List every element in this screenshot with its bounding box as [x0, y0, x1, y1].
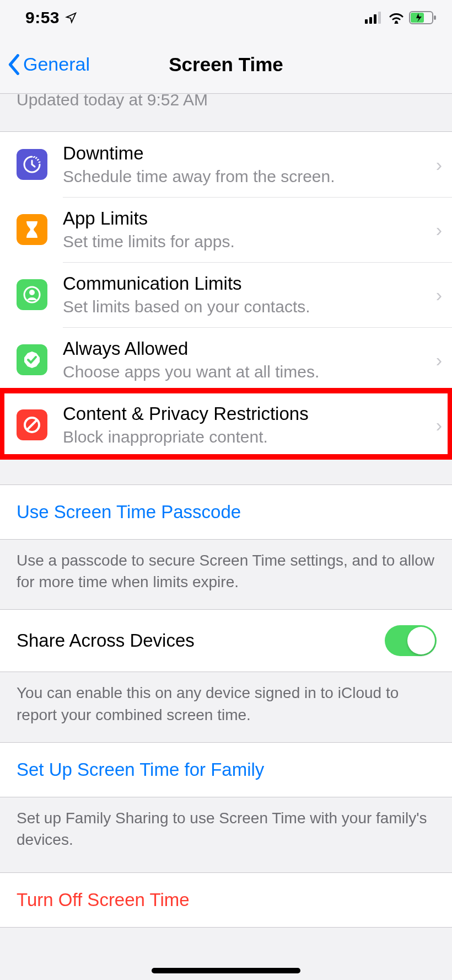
- downtime-icon: [17, 149, 47, 180]
- contentpriv-icon: [17, 409, 47, 440]
- chevron-right-icon: ›: [436, 414, 442, 436]
- back-label: General: [23, 54, 90, 75]
- update-text: Updated today at 9:52 AM: [0, 88, 452, 131]
- svg-rect-2: [374, 14, 376, 24]
- row-title: Downtime: [63, 143, 432, 164]
- turnoff-group: Turn Off Screen Time: [0, 872, 452, 928]
- row-title: App Limits: [63, 208, 432, 229]
- svg-rect-0: [365, 19, 368, 24]
- svg-rect-1: [369, 17, 372, 24]
- chevron-right-icon: ›: [436, 219, 442, 241]
- svg-point-4: [395, 21, 398, 24]
- use-passcode-link[interactable]: Use Screen Time Passcode: [0, 485, 452, 539]
- chevron-left-icon: [8, 54, 21, 75]
- status-bar: 9:53: [0, 0, 452, 35]
- back-button[interactable]: General: [0, 54, 90, 75]
- share-footer: You can enable this on any device signed…: [0, 672, 452, 742]
- chevron-right-icon: ›: [436, 154, 442, 175]
- share-group: Share Across Devices: [0, 609, 452, 672]
- wifi-icon: [388, 12, 405, 24]
- turnoff-link[interactable]: Turn Off Screen Time: [0, 873, 452, 927]
- share-toggle[interactable]: [385, 625, 437, 656]
- row-downtime[interactable]: Downtime Schedule time away from the scr…: [0, 132, 452, 197]
- svg-point-9: [29, 290, 35, 295]
- home-indicator[interactable]: [152, 968, 300, 973]
- applimits-icon: [17, 214, 47, 245]
- cellular-icon: [365, 12, 384, 24]
- commlimits-icon: [17, 279, 47, 310]
- row-applimits[interactable]: App Limits Set time limits for apps. ›: [0, 197, 452, 262]
- location-icon: [65, 12, 77, 24]
- row-contentpriv[interactable]: Content & Privacy Restrictions Block ina…: [0, 392, 452, 457]
- share-label: Share Across Devices: [17, 630, 195, 651]
- svg-rect-3: [378, 12, 381, 24]
- chevron-right-icon: ›: [436, 284, 442, 306]
- row-always[interactable]: Always Allowed Choose apps you want at a…: [0, 327, 452, 392]
- status-right: [365, 11, 437, 24]
- always-icon: [17, 344, 47, 375]
- row-title: Always Allowed: [63, 338, 432, 359]
- passcode-footer: Use a passcode to secure Screen Time set…: [0, 540, 452, 609]
- share-toggle-row: Share Across Devices: [0, 610, 452, 672]
- row-title: Content & Privacy Restrictions: [63, 403, 432, 424]
- row-sub: Schedule time away from the screen.: [63, 167, 432, 186]
- nav-bar: General Screen Time: [0, 35, 452, 94]
- content: Updated today at 9:52 AM Downtime Schedu…: [0, 88, 452, 928]
- family-footer: Set up Family Sharing to use Screen Time…: [0, 797, 452, 867]
- row-sub: Set limits based on your contacts.: [63, 297, 432, 316]
- row-commlimits[interactable]: Communication Limits Set limits based on…: [0, 262, 452, 327]
- row-sub: Choose apps you want at all times.: [63, 363, 432, 381]
- passcode-group: Use Screen Time Passcode: [0, 484, 452, 540]
- row-title: Communication Limits: [63, 273, 432, 294]
- family-link[interactable]: Set Up Screen Time for Family: [0, 743, 452, 797]
- family-group: Set Up Screen Time for Family: [0, 742, 452, 797]
- row-sub: Block inappropriate content.: [63, 428, 432, 446]
- status-time: 9:53: [25, 8, 60, 27]
- chevron-right-icon: ›: [436, 349, 442, 371]
- options-group: Downtime Schedule time away from the scr…: [0, 131, 452, 458]
- battery-icon: [409, 11, 437, 24]
- switch-knob: [407, 627, 435, 654]
- svg-line-11: [27, 420, 37, 430]
- svg-rect-7: [434, 15, 436, 20]
- row-sub: Set time limits for apps.: [63, 232, 432, 251]
